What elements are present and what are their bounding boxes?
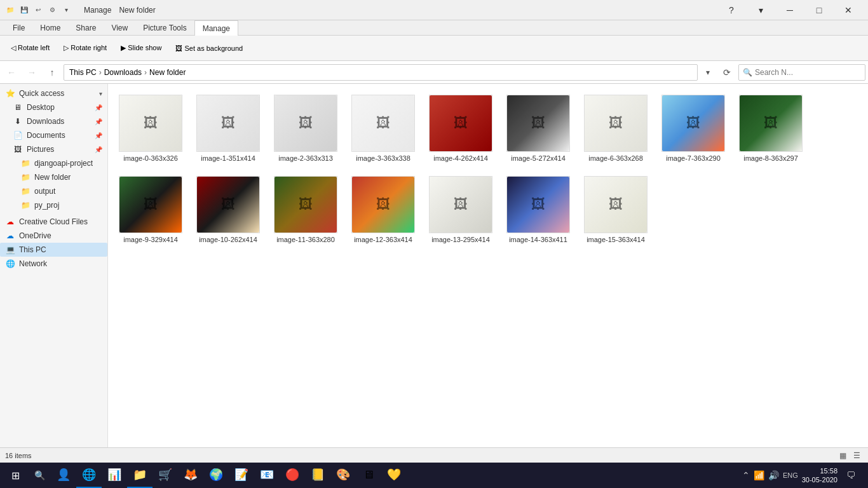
file-item-4[interactable]: 🖼image-4-262x414	[423, 89, 498, 168]
clock[interactable]: 15:58 30-05-2020	[802, 466, 837, 485]
minimize-button[interactable]: ─	[775, 0, 804, 20]
set-as-background-btn[interactable]: 🖼 Set as background	[170, 38, 248, 58]
path-downloads[interactable]: Downloads	[104, 68, 142, 77]
taskbar-store-button[interactable]: 🛒	[153, 463, 178, 488]
sidebar-item-this-pc[interactable]: 💻 This PC	[0, 243, 107, 257]
maximize-button[interactable]: □	[804, 0, 834, 20]
sidebar-item-network[interactable]: 🌐 Network	[0, 257, 107, 271]
back-button[interactable]: ←	[3, 64, 20, 81]
search-box[interactable]: 🔍	[738, 64, 865, 81]
show-hidden-icon[interactable]: ⌃	[742, 470, 750, 480]
file-tab[interactable]: File	[5, 20, 32, 36]
file-item-9[interactable]: 🖼image-9-329x414	[113, 170, 188, 249]
file-item-5[interactable]: 🖼image-5-272x414	[501, 89, 576, 168]
new-folder-label: New folder	[34, 173, 102, 182]
thumb-visual-1: 🖼	[197, 95, 259, 151]
view-tab[interactable]: View	[104, 20, 135, 36]
file-label-7: image-7-363x290	[666, 154, 721, 162]
notification-button[interactable]: 🗨	[841, 463, 860, 488]
file-label-3: image-3-363x338	[356, 154, 410, 162]
sidebar-item-djangoapi[interactable]: 📁 djangoapi-project	[0, 156, 107, 170]
file-item-10[interactable]: 🖼image-10-262x414	[191, 170, 266, 249]
picture-tools-tab[interactable]: Picture Tools	[135, 20, 194, 36]
file-item-6[interactable]: 🖼image-6-363x268	[578, 89, 653, 168]
file-item-12[interactable]: 🖼image-12-363x414	[346, 170, 421, 249]
file-label-1: image-1-351x414	[201, 154, 255, 162]
sidebar-item-output[interactable]: 📁 output	[0, 184, 107, 198]
list-view-button[interactable]: ☰	[850, 449, 863, 462]
sidebar: ⭐ Quick access ▾ 🖥 Desktop 📌 ⬇ Downloads…	[0, 84, 108, 447]
path-this-pc[interactable]: This PC	[69, 68, 97, 77]
close-button[interactable]: ✕	[834, 0, 863, 20]
file-item-14[interactable]: 🖼image-14-363x411	[501, 170, 576, 249]
taskbar-search-button[interactable]: 🔍	[28, 464, 51, 487]
expand-button[interactable]: ▾	[746, 0, 775, 20]
search-input[interactable]	[755, 68, 861, 77]
sidebar-item-downloads[interactable]: ⬇ Downloads 📌	[0, 114, 107, 128]
rotate-right-btn[interactable]: ▷ Rotate right	[58, 38, 112, 58]
sidebar-item-new-folder[interactable]: 📁 New folder	[0, 170, 107, 184]
sidebar-item-py-proj[interactable]: 📁 py_proj	[0, 198, 107, 212]
up-button[interactable]: ↑	[43, 64, 61, 81]
dropdown-icon[interactable]: ▾	[61, 5, 71, 15]
file-item-2[interactable]: 🖼image-2-363x313	[268, 89, 343, 168]
creative-cloud-icon: ☁	[5, 217, 15, 227]
taskbar-pycharm-button[interactable]: 🖥	[356, 463, 381, 488]
address-dropdown[interactable]: ▾	[700, 64, 715, 81]
file-label-14: image-14-363x411	[509, 236, 567, 243]
address-path[interactable]: This PC › Downloads › New folder	[64, 64, 698, 81]
taskbar-word-button[interactable]: 📝	[229, 463, 254, 488]
taskbar-excel-button[interactable]: 📊	[102, 463, 127, 488]
folder-icon-output: 📁	[20, 186, 31, 196]
file-thumbnail-5: 🖼	[506, 95, 570, 152]
network-tray-icon[interactable]: 📶	[754, 470, 764, 480]
window-title: New folder	[119, 6, 155, 15]
taskbar-app2-button[interactable]: 💛	[381, 463, 407, 488]
desktop-label: Desktop	[27, 103, 91, 112]
sidebar-item-quick-access[interactable]: ⭐ Quick access ▾	[0, 86, 107, 100]
file-item-3[interactable]: 🖼image-3-363x338	[346, 89, 421, 168]
sidebar-item-pictures[interactable]: 🖼 Pictures 📌	[0, 142, 107, 156]
taskbar-sticky-button[interactable]: 📒	[305, 463, 330, 488]
refresh-button[interactable]: ⟳	[718, 64, 736, 81]
manage-ribbon-tab[interactable]: Manage	[194, 20, 238, 36]
task-view-icon: 👤	[57, 468, 71, 482]
file-item-7[interactable]: 🖼image-7-363x290	[656, 89, 731, 168]
grid-view-button[interactable]: ▦	[836, 449, 849, 462]
sidebar-item-documents[interactable]: 📄 Documents 📌	[0, 128, 107, 142]
taskbar-edge-button[interactable]: 🌐	[76, 463, 102, 488]
forward-button[interactable]: →	[23, 64, 41, 81]
properties-icon[interactable]: ⚙	[47, 5, 57, 15]
language-indicator[interactable]: ENG	[783, 471, 798, 479]
file-item-1[interactable]: 🖼image-1-351x414	[191, 89, 266, 168]
home-tab[interactable]: Home	[32, 20, 68, 36]
start-button[interactable]: ⊞	[3, 463, 28, 488]
thumb-visual-7: 🖼	[662, 95, 724, 151]
slideshow-btn[interactable]: ▶ Slide show	[115, 38, 167, 58]
sidebar-item-onedrive[interactable]: ☁ OneDrive	[0, 229, 107, 243]
explorer-icon: 📁	[133, 468, 147, 482]
file-item-8[interactable]: 🖼image-8-363x297	[733, 89, 808, 168]
file-item-15[interactable]: 🖼image-15-363x414	[578, 170, 653, 249]
volume-icon[interactable]: 🔊	[768, 470, 779, 480]
taskbar-mail-button[interactable]: 📧	[254, 463, 280, 488]
share-tab[interactable]: Share	[68, 20, 104, 36]
task-view-button[interactable]: 👤	[51, 463, 76, 488]
file-item-13[interactable]: 🖼image-13-295x414	[423, 170, 498, 249]
thumb-visual-9: 🖼	[119, 177, 182, 233]
sidebar-item-desktop[interactable]: 🖥 Desktop 📌	[0, 100, 107, 114]
path-new-folder[interactable]: New folder	[149, 68, 186, 77]
save-icon[interactable]: 💾	[19, 5, 29, 15]
undo-icon[interactable]: ↩	[33, 5, 43, 15]
taskbar-explorer-button[interactable]: 📁	[127, 463, 153, 488]
rotate-left-btn[interactable]: ◁ Rotate left	[5, 38, 55, 58]
taskbar-chrome-button[interactable]: 🔴	[280, 463, 305, 488]
manage-tab[interactable]: Manage	[76, 0, 119, 20]
taskbar-paint-button[interactable]: 🎨	[330, 463, 356, 488]
help-button[interactable]: ?	[717, 0, 746, 20]
file-item-0[interactable]: 🖼image-0-363x326	[113, 89, 188, 168]
file-item-11[interactable]: 🖼image-11-363x280	[268, 170, 343, 249]
taskbar-firefox-button[interactable]: 🦊	[178, 463, 203, 488]
sidebar-item-creative-cloud[interactable]: ☁ Creative Cloud Files	[0, 215, 107, 229]
taskbar-browser2-button[interactable]: 🌍	[203, 463, 229, 488]
